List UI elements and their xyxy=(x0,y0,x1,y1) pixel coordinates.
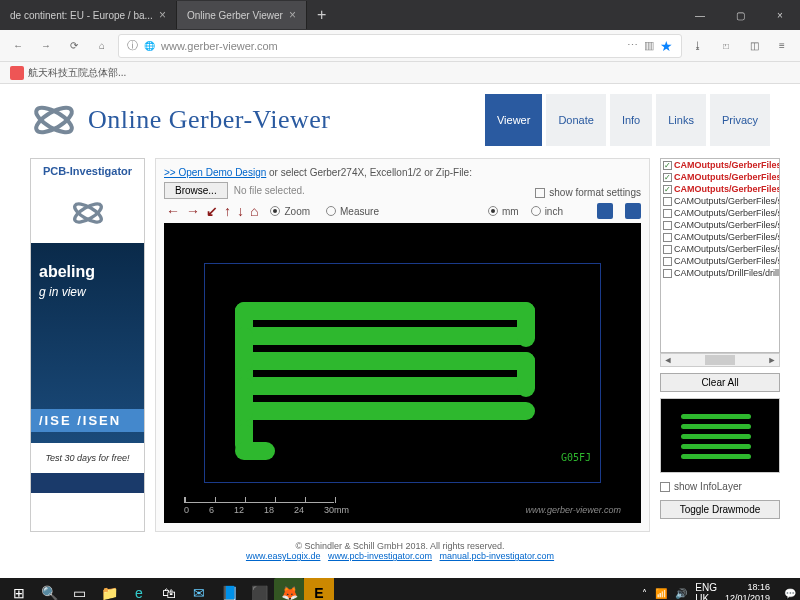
pan-diag-icon[interactable]: ↙ xyxy=(204,203,220,219)
preview-thumbnail[interactable] xyxy=(660,398,780,473)
layer-checkbox[interactable]: ✓ xyxy=(663,173,672,182)
bookmark-item[interactable]: 航天科技五院总体部... xyxy=(28,66,126,80)
maximize-button[interactable]: ▢ xyxy=(720,0,760,30)
pan-left-icon[interactable]: ← xyxy=(164,203,182,219)
scroll-thumb[interactable] xyxy=(705,355,735,365)
reader-icon[interactable]: ▥ xyxy=(644,39,654,52)
footer-link[interactable]: manual.pcb-investigator.com xyxy=(440,551,555,561)
ad-footer: Test 30 days for free! xyxy=(31,443,144,473)
layer-item[interactable]: CAMOutputs/GerberFiles/silk xyxy=(661,195,779,207)
app-icon[interactable]: 📘 xyxy=(214,578,244,600)
minimize-button[interactable]: — xyxy=(680,0,720,30)
layer-item[interactable]: CAMOutputs/GerberFiles/sol xyxy=(661,243,779,255)
back-button[interactable]: ← xyxy=(6,34,30,58)
tray-up-icon[interactable]: ˄ xyxy=(642,588,647,599)
nav-donate[interactable]: Donate xyxy=(546,94,605,146)
close-icon[interactable]: × xyxy=(289,8,296,22)
layer-item[interactable]: CAMOutputs/GerberFiles/silk xyxy=(661,207,779,219)
close-button[interactable]: × xyxy=(760,0,800,30)
app-icon[interactable]: E xyxy=(304,578,334,600)
layer-checkbox[interactable] xyxy=(663,233,672,242)
layer-item[interactable]: CAMOutputs/GerberFiles/sol xyxy=(661,255,779,267)
pan-down-icon[interactable]: ↓ xyxy=(235,203,246,219)
library-icon[interactable]: ⏍ xyxy=(714,34,738,58)
layer-item[interactable]: CAMOutputs/GerberFiles/sol xyxy=(661,231,779,243)
forward-button[interactable]: → xyxy=(34,34,58,58)
explorer-icon[interactable]: 📁 xyxy=(94,578,124,600)
new-tab-button[interactable]: + xyxy=(307,6,336,24)
download-icon[interactable]: ⭳ xyxy=(686,34,710,58)
layer-checkbox[interactable] xyxy=(663,245,672,254)
home-icon[interactable]: ⌂ xyxy=(248,203,260,219)
layer-item[interactable]: ✓CAMOutputs/GerberFiles/c xyxy=(661,171,779,183)
main-area: PCB-Investigator abeling g in view /ISE … xyxy=(0,158,800,537)
browse-button[interactable]: Browse... xyxy=(164,182,228,199)
nav-privacy[interactable]: Privacy xyxy=(710,94,770,146)
footer-link[interactable]: www.pcb-investigator.com xyxy=(328,551,432,561)
system-tray: ˄ 📶 🔊 ENGUK 18:16 12/01/2019 💬 xyxy=(642,582,796,600)
info-icon[interactable]: ⓘ xyxy=(127,38,138,53)
inch-radio[interactable] xyxy=(531,206,541,216)
browser-tab[interactable]: Online Gerber Viewer × xyxy=(177,1,307,29)
nav-links[interactable]: Links xyxy=(656,94,706,146)
layer-checkbox[interactable]: ✓ xyxy=(663,185,672,194)
pan-right-icon[interactable]: → xyxy=(184,203,202,219)
volume-icon[interactable]: 🔊 xyxy=(675,588,687,599)
layer-checkbox[interactable] xyxy=(663,257,672,266)
bookmark-favicon xyxy=(10,66,24,80)
network-icon[interactable]: 📶 xyxy=(655,588,667,599)
sidebar-ad[interactable]: PCB-Investigator abeling g in view /ISE … xyxy=(30,158,145,532)
measure-radio[interactable] xyxy=(326,206,336,216)
notifications-icon[interactable]: 💬 xyxy=(784,588,796,599)
scroll-right-icon[interactable]: ► xyxy=(765,355,779,365)
info-checkbox[interactable] xyxy=(660,482,670,492)
scrollbar[interactable]: ◄ ► xyxy=(660,353,780,367)
layers-list[interactable]: ✓CAMOutputs/GerberFiles/c✓CAMOutputs/Ger… xyxy=(660,158,780,353)
browser-toolbar: ← → ⟳ ⌂ ⓘ 🌐 www.gerber-viewer.com ⋯ ▥ ★ … xyxy=(0,30,800,62)
layer-checkbox[interactable] xyxy=(663,197,672,206)
lang-indicator[interactable]: ENGUK xyxy=(695,582,717,600)
clear-all-button[interactable]: Clear All xyxy=(660,373,780,392)
clock[interactable]: 18:16 12/01/2019 xyxy=(725,582,776,600)
brand[interactable]: Online Gerber-Viewer xyxy=(30,96,331,144)
layer-item[interactable]: ✓CAMOutputs/GerberFiles/c xyxy=(661,159,779,171)
more-icon[interactable]: ⋯ xyxy=(627,39,638,52)
scroll-left-icon[interactable]: ◄ xyxy=(661,355,675,365)
nav-viewer[interactable]: Viewer xyxy=(485,94,542,146)
layer-item[interactable]: CAMOutputs/DrillFiles/drills. xyxy=(661,267,779,279)
layer-item[interactable]: CAMOutputs/GerberFiles/sol xyxy=(661,219,779,231)
bookmark-icon[interactable]: ★ xyxy=(660,38,673,54)
search-icon[interactable]: 🔍 xyxy=(34,578,64,600)
pan-up-icon[interactable]: ↑ xyxy=(222,203,233,219)
close-icon[interactable]: × xyxy=(159,8,166,22)
nav-info[interactable]: Info xyxy=(610,94,652,146)
gerber-viewer[interactable]: G05FJ 06 1218 2430mm www.gerber-viewer.c… xyxy=(164,223,641,523)
layer-checkbox[interactable]: ✓ xyxy=(663,161,672,170)
sidebar-icon[interactable]: ◫ xyxy=(742,34,766,58)
layer-item[interactable]: ✓CAMOutputs/GerberFiles/p xyxy=(661,183,779,195)
firefox-icon[interactable]: 🦊 xyxy=(274,578,304,600)
edge-icon[interactable]: e xyxy=(124,578,154,600)
demo-link[interactable]: >> Open Demo Design xyxy=(164,167,266,178)
task-view-icon[interactable]: ▭ xyxy=(64,578,94,600)
zoom-radio[interactable] xyxy=(270,206,280,216)
checkbox[interactable] xyxy=(535,188,545,198)
start-button[interactable]: ⊞ xyxy=(4,578,34,600)
reload-button[interactable]: ⟳ xyxy=(62,34,86,58)
app-icon[interactable]: ⬛ xyxy=(244,578,274,600)
layer-checkbox[interactable] xyxy=(663,209,672,218)
home-button[interactable]: ⌂ xyxy=(90,34,114,58)
browser-tab[interactable]: de continent: EU - Europe / ba... × xyxy=(0,1,177,29)
lock-icon: 🌐 xyxy=(144,41,155,51)
layer-checkbox[interactable] xyxy=(663,269,672,278)
menu-icon[interactable]: ≡ xyxy=(770,34,794,58)
url-bar[interactable]: ⓘ 🌐 www.gerber-viewer.com ⋯ ▥ ★ xyxy=(118,34,682,58)
store-icon[interactable]: 🛍 xyxy=(154,578,184,600)
print-icon[interactable] xyxy=(597,203,613,219)
app-icon[interactable]: ✉ xyxy=(184,578,214,600)
layer-checkbox[interactable] xyxy=(663,221,672,230)
toggle-drawmode-button[interactable]: Toggle Drawmode xyxy=(660,500,780,519)
mm-radio[interactable] xyxy=(488,206,498,216)
footer-link[interactable]: www.easyLogix.de xyxy=(246,551,321,561)
save-icon[interactable] xyxy=(625,203,641,219)
